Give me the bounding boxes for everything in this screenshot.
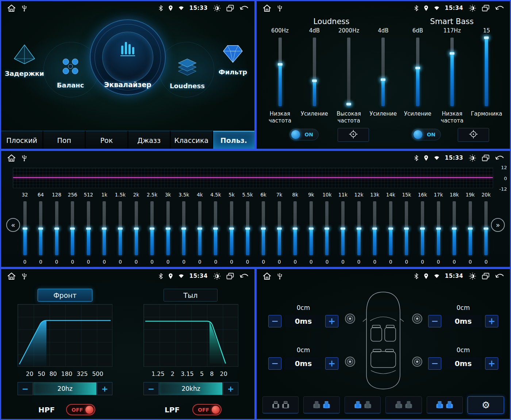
listening-position-button-3[interactable] [345,396,381,414]
band-slider[interactable] [389,201,392,255]
slider-track[interactable] [381,38,385,106]
band-slider[interactable] [87,201,90,255]
band-slider[interactable] [310,201,313,255]
slider-track[interactable] [278,38,282,106]
loudness-on-toggle[interactable]: ON [289,129,319,140]
band-slider[interactable] [421,201,424,255]
delay-plus-button[interactable]: + [325,315,338,327]
band-slider[interactable] [453,201,456,255]
home-icon[interactable] [7,4,16,12]
band-slider[interactable] [405,201,408,255]
band-slider[interactable] [341,201,345,255]
tab-rear[interactable]: Тыл [164,289,218,302]
slider-track[interactable] [313,38,316,106]
band-slider[interactable] [469,201,472,255]
preset-tab-1[interactable]: Поп [43,131,85,149]
recent-apps-icon[interactable] [482,155,489,162]
band-slider[interactable] [150,201,154,255]
slider-track[interactable] [347,38,350,106]
slider-track[interactable] [485,38,488,106]
band-slider[interactable] [214,201,217,255]
hpf-plus-button[interactable]: + [97,382,112,395]
band-slider[interactable] [103,201,106,255]
band-slider[interactable] [119,201,122,255]
home-icon[interactable] [262,4,272,12]
preset-tab-3[interactable]: Джазз [128,131,170,149]
band-slider[interactable] [325,201,328,255]
back-icon[interactable] [239,5,249,11]
menu-item-delays[interactable]: Задержки [4,43,45,77]
recent-apps-icon[interactable] [482,5,489,12]
back-icon[interactable] [495,273,504,279]
brightness-icon[interactable] [469,272,476,280]
home-icon[interactable] [7,272,16,280]
band-slider[interactable] [293,201,297,255]
preset-tab-4[interactable]: Классика [171,131,212,149]
band-slider[interactable] [437,201,440,255]
menu-item-filter[interactable]: Фильтр [211,43,254,76]
scroll-right-button[interactable]: » [491,218,505,232]
smartbass-on-toggle[interactable]: ON [412,129,441,140]
preset-tab-2[interactable]: Рок [86,131,127,149]
band-slider[interactable] [246,201,249,255]
preset-tab-5[interactable]: Польз. [213,131,254,149]
recent-apps-icon[interactable] [226,5,234,12]
tab-front[interactable]: Фронт [38,289,92,302]
hpf-off-toggle[interactable]: OFF [66,404,95,415]
brightness-icon[interactable] [469,154,476,162]
delay-plus-button[interactable]: + [325,357,338,370]
delay-plus-button[interactable]: + [485,357,498,370]
band-slider[interactable] [182,201,185,255]
band-slider[interactable] [55,201,58,255]
band-slider[interactable] [373,201,376,255]
band-slider[interactable] [230,201,233,255]
band-slider[interactable] [135,201,138,255]
delay-minus-button[interactable]: − [428,357,441,370]
lpf-off-toggle[interactable]: OFF [192,404,222,415]
band-slider[interactable] [484,201,488,255]
menu-item-equalizer[interactable]: Эквалайзер [90,19,166,95]
loudness-reset-button[interactable] [338,128,369,142]
menu-item-label: Баланс [49,81,92,89]
brightness-icon[interactable] [213,4,221,12]
recent-apps-icon[interactable] [482,273,489,280]
delay-minus-button[interactable]: − [268,315,281,327]
band-slider[interactable] [278,201,281,255]
delay-plus-button[interactable]: + [485,315,498,327]
band-slider[interactable] [71,201,74,255]
lpf-plus-button[interactable]: + [223,382,238,395]
recent-apps-icon[interactable] [226,273,234,280]
hpf-frequency-bar[interactable]: 20hz [33,382,97,395]
back-icon[interactable] [239,273,249,279]
listening-position-button-4[interactable] [385,396,422,414]
slider-track[interactable] [450,38,454,106]
back-icon[interactable] [495,5,504,11]
band-value: 0 [469,259,472,265]
band-slider[interactable] [357,201,361,255]
scroll-left-button[interactable]: « [6,218,20,232]
menu-item-balance[interactable]: Баланс [49,56,92,89]
listening-position-button-1[interactable] [262,396,299,414]
delay-minus-button[interactable]: − [268,357,281,370]
band-slider[interactable] [262,201,265,255]
preset-tab-0[interactable]: Плоский [1,131,42,149]
brightness-icon[interactable] [213,272,221,280]
menu-item-loudness[interactable]: Loudness [165,57,210,90]
brightness-icon[interactable] [469,4,476,12]
delay-minus-button[interactable]: − [428,315,441,327]
band-slider[interactable] [166,201,170,255]
settings-button[interactable]: ⚙ [468,396,504,414]
listening-position-button-5[interactable] [427,396,463,414]
lpf-frequency-bar[interactable]: 20khz [159,382,223,395]
band-slider[interactable] [39,201,42,255]
smartbass-reset-button[interactable] [458,128,489,142]
listening-position-button-2[interactable] [303,396,339,414]
home-icon[interactable] [7,154,16,162]
band-slider[interactable] [23,201,27,255]
back-icon[interactable] [495,155,504,161]
band-slider[interactable] [198,201,201,255]
lpf-minus-button[interactable]: − [143,382,159,395]
hpf-minus-button[interactable]: − [18,382,33,395]
slider-track[interactable] [416,38,419,106]
home-icon[interactable] [262,272,272,280]
